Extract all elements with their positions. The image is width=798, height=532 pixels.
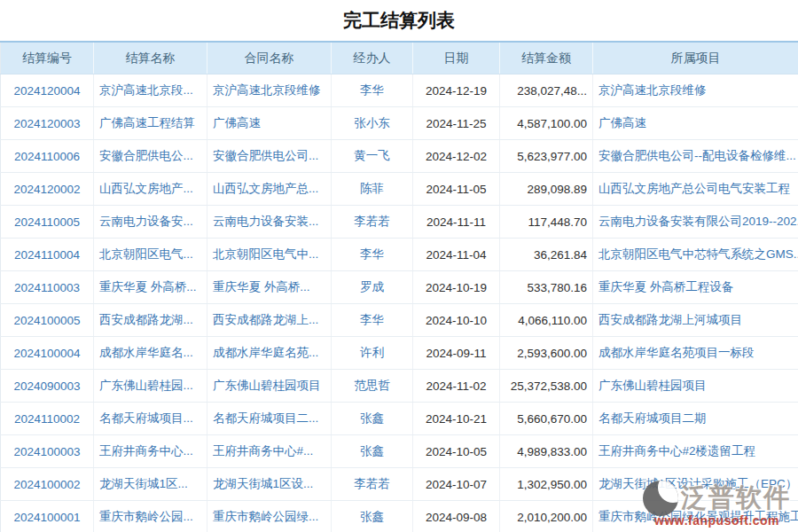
cell-name[interactable]: 西安成都路龙湖... [94, 304, 207, 337]
cell-project[interactable]: 重庆华夏 外高桥工程设备 [593, 271, 798, 304]
cell-id[interactable]: 2024110004 [1, 239, 94, 271]
table-row: 2024100002龙湖天街城1区...龙湖天街城1区设...李若若2024-1… [1, 468, 798, 501]
cell-name[interactable]: 龙湖天街城1区... [94, 468, 207, 501]
cell-project[interactable]: 北京朝阳区电气中芯特气系统之GMS... [593, 239, 798, 271]
column-header-contract: 合同名称 [207, 42, 332, 74]
cell-contract[interactable]: 重庆市鹅岭公园绿... [207, 501, 332, 532]
cell-handler[interactable]: 范思哲 [332, 370, 413, 403]
cell-name[interactable]: 山西弘文房地产... [94, 173, 207, 206]
cell-handler[interactable]: 陈菲 [332, 173, 413, 206]
cell-project[interactable]: 广佛高速 [593, 107, 798, 140]
cell-contract[interactable]: 山西弘文房地产总... [207, 173, 332, 206]
cell-date: 2024-09-08 [413, 501, 500, 532]
cell-project[interactable]: 王府井商务中心#2楼遗留工程 [593, 435, 798, 468]
cell-id[interactable]: 2024090003 [1, 370, 94, 403]
table-row: 2024110004北京朝阳区电气...北京朝阳区电气中...李华2024-11… [1, 239, 798, 271]
cell-name[interactable]: 京沪高速北京段... [94, 74, 207, 107]
cell-name[interactable]: 重庆华夏 外高桥... [94, 271, 207, 304]
cell-amount: 238,027,48... [500, 74, 593, 107]
cell-contract[interactable]: 王府井商务中心#... [207, 435, 332, 468]
cell-contract[interactable]: 西安成都路龙湖上... [207, 304, 332, 337]
cell-name[interactable]: 成都水岸华庭名... [94, 337, 207, 370]
cell-contract[interactable]: 安徽合肥供电公司... [207, 140, 332, 173]
cell-project[interactable]: 京沪高速北京段维修 [593, 74, 798, 107]
cell-id[interactable]: 2024100004 [1, 337, 94, 370]
cell-project[interactable]: 广东佛山碧桂园项目 [593, 370, 798, 403]
cell-project[interactable]: 云南电力设备安装有限公司2019--202... [593, 206, 798, 239]
table-row: 2024090003广东佛山碧桂园...广东佛山碧桂园项目范思哲2024-11-… [1, 370, 798, 403]
cell-handler[interactable]: 张鑫 [332, 403, 413, 435]
cell-project[interactable]: 西安成都路龙湖上河城项目 [593, 304, 798, 337]
cell-id[interactable]: 2024120003 [1, 107, 94, 140]
cell-contract[interactable]: 广佛高速 [207, 107, 332, 140]
cell-id[interactable]: 2024100005 [1, 304, 94, 337]
cell-handler[interactable]: 李华 [332, 239, 413, 271]
cell-date: 2024-09-11 [413, 337, 500, 370]
cell-id[interactable]: 2024110006 [1, 140, 94, 173]
table-row: 2024100005西安成都路龙湖...西安成都路龙湖上...李华2024-10… [1, 304, 798, 337]
cell-name[interactable]: 王府井商务中心... [94, 435, 207, 468]
cell-name[interactable]: 北京朝阳区电气... [94, 239, 207, 271]
cell-name[interactable]: 安徽合肥供电公... [94, 140, 207, 173]
cell-name[interactable]: 重庆市鹅岭公园... [94, 501, 207, 532]
cell-id[interactable]: 2024110003 [1, 271, 94, 304]
cell-project[interactable]: 成都水岸华庭名苑项目一标段 [593, 337, 798, 370]
cell-date: 2024-11-04 [413, 239, 500, 271]
column-header-amount: 结算金额 [500, 42, 593, 74]
table-row: 2024110003重庆华夏 外高桥...重庆华夏 外高桥...罗成2024-1… [1, 271, 798, 304]
cell-handler[interactable]: 李华 [332, 74, 413, 107]
cell-contract[interactable]: 京沪高速北京段维修 [207, 74, 332, 107]
cell-id[interactable]: 2024110005 [1, 206, 94, 239]
cell-project[interactable]: 安徽合肥供电公司--配电设备检修维... [593, 140, 798, 173]
settlement-list-page: 完工结算列表 结算编号结算名称合同名称经办人日期结算金额所属项目 2024120… [0, 0, 798, 532]
cell-contract[interactable]: 云南电力设备安装... [207, 206, 332, 239]
cell-project[interactable]: 名都天府城项目二期 [593, 403, 798, 435]
cell-project[interactable]: 山西弘文房地产总公司电气安装工程 [593, 173, 798, 206]
table-row: 2024110006安徽合肥供电公...安徽合肥供电公司...黄一飞2024-1… [1, 140, 798, 173]
cell-handler[interactable]: 黄一飞 [332, 140, 413, 173]
cell-handler[interactable]: 张鑫 [332, 501, 413, 532]
page-title: 完工结算列表 [0, 0, 798, 41]
cell-date: 2024-10-10 [413, 304, 500, 337]
cell-name[interactable]: 广东佛山碧桂园... [94, 370, 207, 403]
table-row: 2024100003王府井商务中心...王府井商务中心#...张鑫2024-10… [1, 435, 798, 468]
cell-handler[interactable]: 李华 [332, 304, 413, 337]
cell-handler[interactable]: 张鑫 [332, 435, 413, 468]
cell-id[interactable]: 2024100003 [1, 435, 94, 468]
cell-handler[interactable]: 李若若 [332, 206, 413, 239]
cell-contract[interactable]: 龙湖天街城1区设... [207, 468, 332, 501]
cell-id[interactable]: 2024100001 [1, 501, 94, 532]
cell-handler[interactable]: 张小东 [332, 107, 413, 140]
cell-amount: 4,587,100.00 [500, 107, 593, 140]
cell-id[interactable]: 2024120004 [1, 74, 94, 107]
cell-contract[interactable]: 成都水岸华庭名苑... [207, 337, 332, 370]
cell-handler[interactable]: 李若若 [332, 468, 413, 501]
cell-handler[interactable]: 罗成 [332, 271, 413, 304]
cell-contract[interactable]: 北京朝阳区电气中... [207, 239, 332, 271]
cell-date: 2024-11-02 [413, 370, 500, 403]
cell-id[interactable]: 2024120002 [1, 173, 94, 206]
cell-amount: 36,261.84 [500, 239, 593, 271]
cell-date: 2024-10-21 [413, 403, 500, 435]
cell-amount: 289,098.89 [500, 173, 593, 206]
cell-date: 2024-10-05 [413, 435, 500, 468]
table-row: 2024110002名都天府城项目...名都天府城项目二...张鑫2024-10… [1, 403, 798, 435]
cell-contract[interactable]: 重庆华夏 外高桥... [207, 271, 332, 304]
cell-date: 2024-11-25 [413, 107, 500, 140]
table-row: 2024120003广佛高速工程结算广佛高速张小东2024-11-254,587… [1, 107, 798, 140]
cell-handler[interactable]: 许利 [332, 337, 413, 370]
cell-amount: 4,066,110.00 [500, 304, 593, 337]
cell-id[interactable]: 2024110002 [1, 403, 94, 435]
cell-date: 2024-12-02 [413, 140, 500, 173]
cell-date: 2024-12-19 [413, 74, 500, 107]
cell-project[interactable]: 重庆市鹅岭公园绿化景观提升工程施工 [593, 501, 798, 532]
cell-name[interactable]: 广佛高速工程结算 [94, 107, 207, 140]
cell-amount: 117,448.70 [500, 206, 593, 239]
cell-contract[interactable]: 名都天府城项目二... [207, 403, 332, 435]
column-header-id: 结算编号 [1, 42, 94, 74]
cell-name[interactable]: 名都天府城项目... [94, 403, 207, 435]
cell-contract[interactable]: 广东佛山碧桂园项目 [207, 370, 332, 403]
cell-name[interactable]: 云南电力设备安... [94, 206, 207, 239]
cell-project[interactable]: 龙湖天街城1区设计采购施工（EPC）... [593, 468, 798, 501]
cell-id[interactable]: 2024100002 [1, 468, 94, 501]
